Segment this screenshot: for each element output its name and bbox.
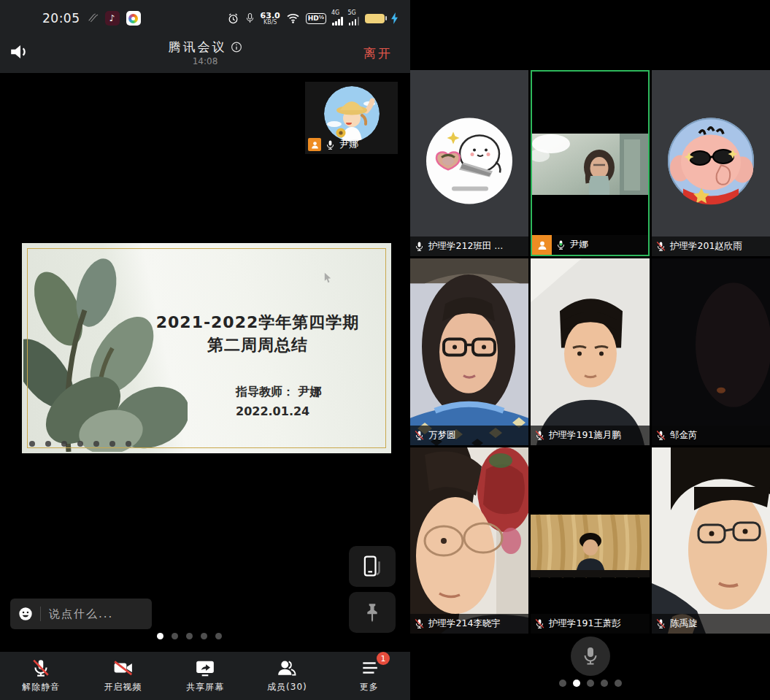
participant-namebar: 陈禹旋	[652, 614, 770, 634]
participant-tile[interactable]: 护理学191王萧彭	[531, 447, 650, 634]
participant-namebar: 护理学201赵欣雨	[652, 236, 770, 256]
mic-muted-icon	[414, 430, 425, 441]
status-icons: 63.0 KB/S HD½ 4G	[227, 11, 399, 26]
chat-message-input[interactable]	[47, 607, 131, 621]
handwriting-icon	[87, 12, 99, 24]
network-speed: 63.0 KB/S	[261, 12, 280, 26]
participant-name: 护理学191王萧彭	[549, 618, 621, 630]
alarm-icon	[227, 12, 239, 25]
meeting-title: 腾讯会议	[169, 39, 227, 55]
pager-dot	[559, 680, 566, 687]
emoji-icon[interactable]	[18, 606, 34, 622]
participant-tile[interactable]: 邹金芮	[652, 258, 770, 445]
clock: 20:05	[42, 11, 80, 26]
signal-5g-icon: 5G	[349, 11, 360, 26]
host-badge-icon	[308, 138, 321, 151]
participant-tile[interactable]: 护理学214李晓宇	[410, 447, 528, 634]
tencent-meeting-app: 20:05 ♪	[0, 0, 770, 700]
battery-icon	[365, 14, 385, 23]
self-name-row: 尹娜	[308, 138, 358, 151]
share-screen-icon	[195, 658, 215, 677]
participant-tile[interactable]: 护理学212班田 ...	[410, 70, 528, 256]
photos-app-icon	[126, 11, 141, 26]
meeting-duration: 14:08	[169, 56, 242, 66]
participant-tile-active-speaker[interactable]: 尹娜	[531, 70, 650, 256]
rotate-screen-button[interactable]	[349, 546, 396, 587]
mic-muted-icon	[655, 241, 666, 252]
pager-dot	[573, 680, 580, 687]
participant-name: 护理学201赵欣雨	[670, 240, 742, 253]
share-screen-button[interactable]: 共享屏幕	[164, 658, 246, 693]
participant-name: 护理学214李晓宇	[428, 618, 501, 630]
participant-video	[531, 447, 650, 634]
self-video-tile[interactable]: 尹娜	[305, 82, 398, 154]
grid-mic-button[interactable]	[571, 636, 610, 676]
mic-on-icon	[325, 139, 336, 150]
camera-off-icon	[113, 658, 134, 677]
more-badge: 1	[377, 652, 390, 665]
participant-namebar: 邹金芮	[652, 426, 770, 445]
participant-tile[interactable]: 护理学191施月鹏	[531, 258, 650, 445]
participant-tile[interactable]: 万梦圆	[410, 258, 528, 445]
info-icon[interactable]	[231, 42, 242, 53]
self-name: 尹娜	[339, 138, 358, 151]
participant-avatar	[667, 117, 755, 204]
pager-dot	[615, 680, 622, 687]
participant-tile[interactable]: 陈禹旋	[652, 447, 770, 634]
slide-subtitle: 指导教师： 尹娜 2022.01.24	[236, 382, 322, 421]
participant-name: 邹金芮	[670, 429, 698, 442]
participant-namebar: 护理学191施月鹏	[531, 426, 650, 445]
status-bar: 20:05 ♪	[0, 0, 410, 36]
start-video-button[interactable]: 开启视频	[82, 658, 163, 693]
meeting-toolbar: 解除静音 开启视频 共享屏幕	[0, 652, 410, 700]
participant-video	[652, 258, 770, 445]
participant-video	[410, 258, 528, 445]
pager-dot	[587, 680, 594, 687]
meeting-header: 腾讯会议 14:08 离开	[0, 36, 410, 73]
more-button[interactable]: 1 更多	[328, 658, 410, 693]
charging-bolt-icon	[390, 12, 399, 24]
participant-name: 尹娜	[570, 239, 588, 251]
host-badge-icon	[532, 235, 552, 255]
self-avatar	[324, 86, 380, 142]
participant-tile[interactable]: 护理学201赵欣雨	[652, 70, 770, 256]
mic-muted-icon	[655, 430, 666, 441]
pager-dot	[157, 633, 163, 639]
meeting-title-block: 腾讯会议 14:08	[169, 39, 242, 66]
mic-icon	[582, 647, 599, 666]
pager-dot	[601, 680, 608, 687]
participants-grid: 护理学212班田 ...	[410, 70, 770, 634]
hd-badge: HD½	[306, 13, 326, 24]
participant-namebar: 护理学214李晓宇	[410, 614, 528, 634]
participant-name: 护理学212班田 ...	[428, 240, 503, 253]
shared-screen-slide: 2021-2022学年第四学期 第二周周总结 指导教师： 尹娜 2022.01.…	[22, 243, 391, 453]
meeting-main-view: 20:05 ♪	[0, 0, 410, 700]
mic-muted-icon	[655, 618, 666, 629]
mic-muted-icon	[31, 658, 50, 677]
more-icon	[360, 658, 379, 677]
main-view-pager[interactable]	[157, 633, 222, 639]
participant-namebar: 护理学212班田 ...	[410, 236, 528, 256]
chat-input-bar[interactable]	[10, 599, 152, 629]
participants-grid-page: 护理学212班田 ...	[410, 0, 770, 700]
grid-pager[interactable]	[559, 680, 622, 687]
members-button[interactable]: 成员(30)	[246, 658, 328, 693]
unmute-button[interactable]: 解除静音	[0, 658, 82, 693]
members-icon	[277, 658, 297, 677]
top-bars: 20:05 ♪	[0, 0, 410, 73]
participant-video	[532, 134, 648, 195]
mic-muted-icon	[414, 618, 425, 629]
mic-muted-icon	[534, 430, 545, 441]
signal-4g-icon: 4G	[332, 11, 343, 26]
pin-button[interactable]	[349, 592, 396, 633]
participant-name: 万梦圆	[428, 429, 456, 442]
participant-namebar: 万梦圆	[410, 426, 528, 445]
phone-rotate-icon	[359, 554, 385, 579]
speaker-icon[interactable]	[9, 42, 32, 61]
mic-muted-icon	[534, 618, 545, 629]
leave-button[interactable]: 离开	[359, 45, 397, 63]
participant-video	[531, 258, 650, 445]
pager-dot	[215, 633, 222, 639]
participant-name: 护理学191施月鹏	[549, 429, 621, 442]
presenter-mini-toolbar	[29, 441, 131, 447]
